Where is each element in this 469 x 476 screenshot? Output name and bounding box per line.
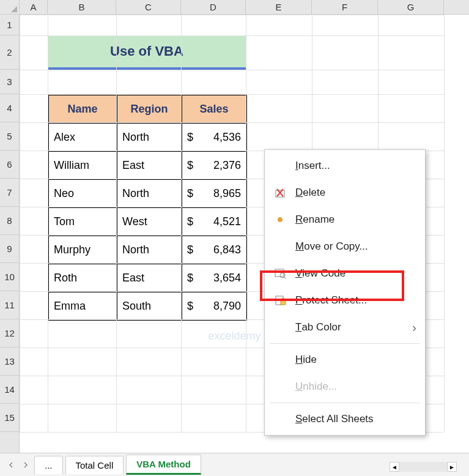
cell-name[interactable]: William [48, 151, 117, 179]
cell-sales[interactable]: $ 6,843 [182, 236, 246, 264]
menu-protect-sheet[interactable]: Protect Sheet... [265, 287, 425, 314]
row-header[interactable]: 5 [0, 122, 19, 151]
menu-unhide-key: U [295, 381, 303, 393]
row-header[interactable]: 10 [0, 263, 19, 291]
cell-sales[interactable]: $ 2,376 [182, 151, 246, 179]
menu-hide-key: H [295, 354, 303, 366]
table-row: AlexNorth$ 4,536 [48, 123, 246, 151]
menu-unhide-label: nhide... [303, 381, 337, 393]
cell-sales[interactable]: $ 4,536 [182, 123, 246, 151]
col-header-region: Region [117, 95, 182, 123]
tab-nav-prev[interactable] [5, 459, 17, 471]
cell-sales[interactable]: $ 3,654 [182, 264, 246, 292]
col-header-sales: Sales [182, 95, 246, 123]
menu-delete[interactable]: Delete [265, 179, 425, 206]
svg-rect-5 [281, 300, 286, 305]
menu-move-label: ove or Copy... [304, 240, 368, 253]
view-code-icon [273, 267, 287, 280]
menu-view-code[interactable]: View Code [265, 260, 425, 287]
menu-tab-key: T [295, 321, 301, 333]
menu-move-copy[interactable]: Move or Copy... [265, 233, 425, 260]
tab-bar: ... Total Cell VBA Method ◄ ► [0, 453, 469, 476]
cell-region[interactable]: East [117, 264, 182, 292]
col-header[interactable]: A [20, 0, 48, 14]
cell-name[interactable]: Alex [48, 123, 117, 151]
row-header[interactable]: 14 [0, 376, 19, 404]
col-header[interactable]: F [312, 0, 378, 14]
menu-move-key: M [295, 240, 304, 253]
menu-view-label: iew Code [302, 267, 345, 280]
col-header[interactable]: G [378, 0, 444, 14]
menu-separator [270, 343, 420, 344]
cell-region[interactable]: North [117, 179, 182, 207]
row-header[interactable]: 8 [0, 207, 19, 235]
col-header[interactable]: B [48, 0, 116, 14]
menu-select-key: S [295, 413, 302, 425]
row-header[interactable]: 3 [0, 70, 19, 94]
menu-separator [270, 403, 420, 403]
table-row: MurphyNorth$ 6,843 [48, 236, 246, 264]
table-row: RothEast$ 3,654 [48, 264, 246, 292]
cell-name[interactable]: Tom [48, 207, 117, 236]
menu-rename[interactable]: Rename [265, 206, 425, 233]
title-text: Use of VBA [110, 43, 183, 59]
cell-name[interactable]: Murphy [48, 236, 117, 264]
cell-region[interactable]: North [117, 236, 182, 264]
tab-overflow[interactable]: ... [34, 456, 63, 474]
context-menu: Insert... Delete Rename Move or Copy... … [264, 149, 426, 436]
title-cell: Use of VBA [48, 35, 246, 70]
select-all-cells[interactable] [0, 0, 20, 14]
data-table: Name Region Sales AlexNorth$ 4,536Willia… [48, 94, 247, 321]
menu-rename-label: ename [303, 214, 334, 226]
row-header[interactable]: 13 [0, 348, 19, 376]
cell-name[interactable]: Neo [48, 179, 117, 207]
row-header[interactable]: 12 [0, 319, 19, 348]
row-header[interactable]: 2 [0, 35, 19, 70]
cell-sales[interactable]: $ 8,790 [182, 292, 246, 320]
cell-region[interactable]: East [117, 151, 182, 179]
cell-sales[interactable]: $ 8,965 [182, 179, 246, 207]
svg-point-1 [278, 217, 283, 222]
menu-hide[interactable]: Hide [265, 346, 425, 373]
cell-sales[interactable]: $ 4,521 [182, 207, 246, 236]
row-header[interactable]: 4 [0, 94, 19, 122]
col-header[interactable]: D [181, 0, 246, 14]
table-row: TomWest$ 4,521 [48, 207, 246, 236]
cell-name[interactable]: Roth [48, 264, 117, 292]
menu-tab-color[interactable]: Tab Color [265, 314, 425, 341]
horizontal-scrollbar[interactable]: ◄ ► [390, 461, 457, 472]
row-header[interactable]: 6 [0, 151, 19, 179]
cell-region[interactable]: West [117, 207, 182, 236]
svg-point-3 [280, 273, 285, 278]
tab-nav-next[interactable] [20, 459, 32, 471]
scroll-right-icon[interactable]: ► [447, 462, 457, 472]
menu-insert[interactable]: Insert... [265, 152, 425, 179]
menu-rename-key: R [295, 214, 303, 226]
row-header[interactable]: 1 [0, 15, 19, 35]
row-header[interactable]: 11 [0, 291, 19, 319]
col-header-name: Name [48, 95, 117, 123]
col-header[interactable]: C [116, 0, 181, 14]
tab-vba-method[interactable]: VBA Method [126, 455, 201, 475]
menu-select-all-sheets[interactable]: Select All Sheets [265, 406, 425, 433]
menu-protect-label: rotect Sheet... [302, 294, 367, 307]
table-header-row: Name Region Sales [48, 95, 246, 123]
row-header[interactable]: 9 [0, 235, 19, 263]
menu-unhide: Unhide... [265, 373, 425, 400]
column-headers: ABCDEFG [0, 0, 469, 15]
delete-icon [273, 186, 287, 199]
row-header[interactable]: 7 [0, 179, 19, 207]
menu-select-label: elect All Sheets [302, 413, 373, 425]
menu-insert-label: nsert... [298, 160, 330, 172]
menu-protect-key: P [295, 294, 302, 307]
cell-name[interactable]: Emma [48, 292, 117, 320]
scroll-left-icon[interactable]: ◄ [390, 462, 399, 472]
scroll-track[interactable] [399, 462, 447, 472]
cell-region[interactable]: North [117, 123, 182, 151]
col-header[interactable]: E [246, 0, 312, 14]
table-row: WilliamEast$ 2,376 [48, 151, 246, 179]
tab-total-cell[interactable]: Total Cell [65, 456, 124, 474]
cell-region[interactable]: South [117, 292, 182, 320]
row-header[interactable]: 15 [0, 404, 19, 432]
table-row: EmmaSouth$ 8,790 [48, 292, 246, 320]
